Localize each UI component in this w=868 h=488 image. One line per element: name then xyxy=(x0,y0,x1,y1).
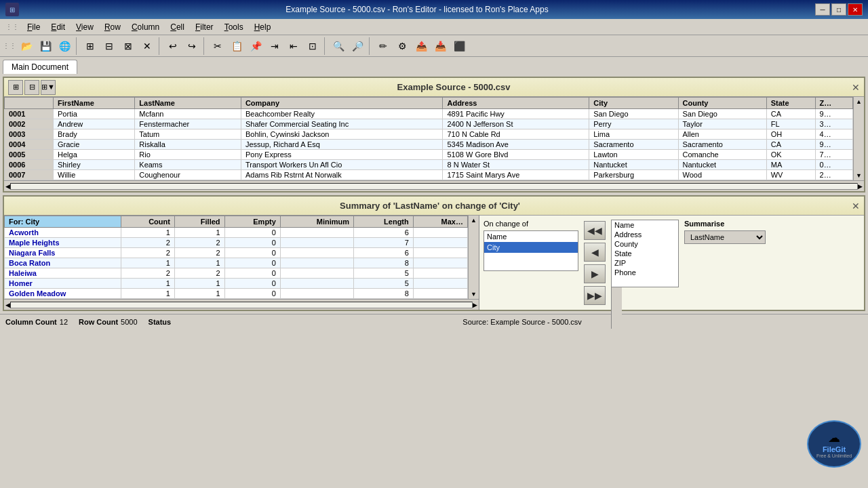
cell-lastname: Mcfann xyxy=(135,109,241,119)
toolbar-open[interactable]: 📂 xyxy=(18,37,35,55)
summary-row[interactable]: Golden Meadow 1 1 0 8 xyxy=(5,289,468,299)
toolbar-search1[interactable]: 🔍 xyxy=(330,37,347,55)
hscroll-left-icon[interactable]: ◀ xyxy=(5,183,10,190)
toolbar-delete[interactable]: ✕ xyxy=(138,37,156,55)
toolbar-green[interactable]: ⬛ xyxy=(450,37,468,55)
available-list[interactable]: Name Address County State ZIP Phone xyxy=(611,220,679,287)
menu-cell[interactable]: Cell xyxy=(165,21,190,33)
arrow-double-right[interactable]: ▶▶ xyxy=(584,286,606,305)
main-hscroll[interactable]: ◀ ▶ xyxy=(4,180,864,191)
on-change-label: On change of xyxy=(484,220,578,228)
hscroll-right-icon[interactable]: ▶ xyxy=(858,183,863,190)
avail-name[interactable]: Name xyxy=(612,220,678,230)
avail-county[interactable]: County xyxy=(612,239,678,249)
toolbar-export2[interactable]: 📤 xyxy=(412,37,430,55)
summary-data-grid[interactable]: For: City Count Filled Empty Minimum Len… xyxy=(4,216,468,299)
table-row[interactable]: 0007 Willie Coughenour Adams Rib Rstrnt … xyxy=(5,170,853,180)
vscroll-down-icon[interactable]: ▼ xyxy=(856,172,862,179)
cell-state: OH xyxy=(766,129,815,140)
minimize-button[interactable]: ─ xyxy=(815,3,830,16)
sum-hscroll-left[interactable]: ◀ xyxy=(5,302,10,308)
sum-count: 2 xyxy=(121,268,174,279)
summary-panel-close[interactable]: ✕ xyxy=(852,201,860,211)
table-row[interactable]: 0006 Shirley Keams Transport Workers Un … xyxy=(5,160,853,170)
table-row[interactable]: 0001 Portia Mcfann Beachcomber Realty 48… xyxy=(5,109,853,119)
vscroll-up-icon[interactable]: ▲ xyxy=(856,98,862,105)
toolbar-import2[interactable]: 📥 xyxy=(431,37,449,55)
panel-btn3[interactable]: ⊞▼ xyxy=(41,80,56,95)
toolbar-grid3[interactable]: ⊠ xyxy=(119,37,137,55)
menu-column[interactable]: Column xyxy=(126,21,165,33)
summarise-select[interactable]: LastName FirstName Company Address City xyxy=(684,230,766,244)
toolbar-redo[interactable]: ↪ xyxy=(183,37,201,55)
toolbar-web[interactable]: 🌐 xyxy=(56,37,73,55)
table-row[interactable]: 0003 Brady Tatum Bohlin, Cywinski Jackso… xyxy=(5,129,853,140)
toolbar-import[interactable]: ⇥ xyxy=(266,37,283,55)
toolbar-export[interactable]: ⇤ xyxy=(285,37,302,55)
avail-zip[interactable]: ZIP xyxy=(612,258,678,268)
arrow-left[interactable]: ◀ xyxy=(584,243,606,262)
table-row[interactable]: 0002 Andrew Fenstermacher Shafer Commerc… xyxy=(5,119,853,129)
toolbar-pen[interactable]: ✏ xyxy=(374,37,392,55)
panel-btn2[interactable]: ⊟ xyxy=(24,80,39,95)
menu-file[interactable]: File xyxy=(22,21,45,33)
title-bar: ⊞ Example Source - 5000.csv - Ron's Edit… xyxy=(0,0,868,19)
toolbar-copy[interactable]: 📋 xyxy=(228,37,245,55)
hscroll-track[interactable] xyxy=(10,183,858,190)
toolbar-grid1[interactable]: ⊞ xyxy=(81,37,99,55)
summary-hscroll[interactable]: ◀ ▶ xyxy=(4,299,479,310)
summary-row[interactable]: Haleiwa 2 2 0 5 xyxy=(5,268,468,279)
sum-hscroll-right[interactable]: ▶ xyxy=(473,302,477,308)
toolbar-grid2[interactable]: ⊟ xyxy=(100,37,118,55)
arrow-buttons: ◀◀ ◀ ▶ ▶▶ xyxy=(584,220,606,306)
cell-zip: 7… xyxy=(815,150,852,160)
toolbar-collapse[interactable]: ⊡ xyxy=(304,37,321,55)
summary-row[interactable]: Homer 1 1 0 5 xyxy=(5,279,468,289)
menu-row[interactable]: Row xyxy=(99,21,126,33)
menu-view[interactable]: View xyxy=(71,21,99,33)
panel-btn1[interactable]: ⊞ xyxy=(8,80,23,95)
avail-state[interactable]: State xyxy=(612,249,678,258)
table-row[interactable]: 0005 Helga Rio Pony Express 5108 W Gore … xyxy=(5,150,853,160)
main-panel-close[interactable]: ✕ xyxy=(852,82,860,93)
sep2 xyxy=(159,37,161,55)
tab-main-document[interactable]: Main Document xyxy=(3,60,77,74)
toolbar-save[interactable]: 💾 xyxy=(37,37,54,55)
toolbar-undo[interactable]: ↩ xyxy=(164,37,182,55)
arrow-double-left[interactable]: ◀◀ xyxy=(584,221,606,240)
toolbar-paste[interactable]: 📌 xyxy=(247,37,264,55)
sum-length: 6 xyxy=(354,248,414,258)
summary-row[interactable]: Niagara Falls 2 2 0 6 xyxy=(5,248,468,258)
summary-row[interactable]: Boca Raton 1 1 0 8 xyxy=(5,258,468,268)
toolbar-cut[interactable]: ✂ xyxy=(209,37,226,55)
avail-phone[interactable]: Phone xyxy=(612,268,678,277)
summary-row[interactable]: Maple Heights 2 2 0 7 xyxy=(5,238,468,248)
main-data-grid[interactable]: FirstName LastName Company Address City … xyxy=(4,97,853,180)
window-controls: ─ □ ✕ xyxy=(815,3,863,16)
maximize-button[interactable]: □ xyxy=(831,3,846,16)
sum-max xyxy=(413,279,467,289)
table-row[interactable]: 0004 Gracie Riskalla Jessup, Richard A E… xyxy=(5,140,853,150)
close-button[interactable]: ✕ xyxy=(848,3,863,16)
cell-county: Comanche xyxy=(678,150,766,160)
main-vscroll[interactable]: ▲ ▼ xyxy=(853,97,864,180)
sum-vscroll-down-icon[interactable]: ▼ xyxy=(471,291,477,298)
menu-help[interactable]: Help xyxy=(249,21,277,33)
toolbar-search2[interactable]: 🔎 xyxy=(349,37,366,55)
sum-vscroll-up-icon[interactable]: ▲ xyxy=(471,217,477,224)
summary-vscroll[interactable]: ▲ ▼ xyxy=(468,216,479,299)
summary-row[interactable]: Acworth 1 1 0 6 xyxy=(5,228,468,238)
menu-tools[interactable]: Tools xyxy=(219,21,249,33)
sum-hscroll-track[interactable] xyxy=(10,302,473,308)
on-change-item-name[interactable]: Name xyxy=(484,231,578,242)
avail-address[interactable]: Address xyxy=(612,230,678,239)
on-change-item-city[interactable]: City xyxy=(484,242,578,253)
row-num: 0002 xyxy=(5,119,54,129)
sep4 xyxy=(324,37,327,55)
toolbar-filter[interactable]: ⚙ xyxy=(393,37,411,55)
sum-count: 1 xyxy=(121,228,174,238)
arrow-right[interactable]: ▶ xyxy=(584,264,606,283)
menu-filter[interactable]: Filter xyxy=(190,21,219,33)
menu-edit[interactable]: Edit xyxy=(45,21,71,33)
summary-panel-title: Summary of 'LastName' on change of 'City… xyxy=(8,201,852,211)
